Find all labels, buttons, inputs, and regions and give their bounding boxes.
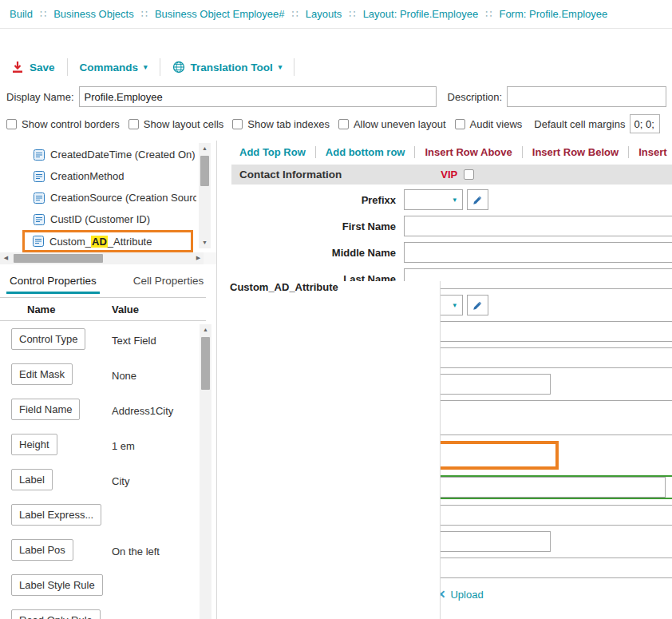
- tab-control-properties[interactable]: Control Properties: [6, 275, 100, 294]
- property-name-box[interactable]: Control Type: [11, 328, 85, 350]
- tree-item[interactable]: CustID (Customer ID): [0, 208, 196, 230]
- property-name: Label: [0, 469, 112, 494]
- form-meta-row: Display Name: Description:: [0, 85, 672, 109]
- tab-cell-properties[interactable]: Cell Properties: [130, 275, 208, 294]
- checkbox[interactable]: [455, 119, 465, 129]
- checkbox[interactable]: [128, 119, 139, 129]
- property-name-box[interactable]: Label Style Rule: [11, 574, 103, 596]
- upload-link[interactable]: Upload: [450, 589, 483, 601]
- chevron-down-icon: ▾: [453, 196, 457, 204]
- field-input[interactable]: [404, 557, 672, 578]
- checkbox[interactable]: [6, 119, 17, 129]
- tree-vertical-scrollbar[interactable]: ▲ ▼: [199, 143, 211, 248]
- canvas-action[interactable]: Insert Row Below: [532, 146, 619, 158]
- field-icon: [34, 192, 45, 204]
- commands-menu-button[interactable]: Commands ▾: [80, 62, 148, 73]
- property-name-box[interactable]: Field Name: [11, 399, 80, 420]
- tree-item[interactable]: CreationSource (Creation Source: [0, 187, 196, 208]
- scroll-down-icon[interactable]: ▼: [199, 237, 211, 248]
- scrollbar-thumb[interactable]: [14, 254, 103, 263]
- tree-horizontal-scrollbar[interactable]: ◀ ▶: [0, 252, 204, 264]
- property-name-box[interactable]: Height: [11, 434, 57, 455]
- scroll-left-icon[interactable]: ◀: [0, 252, 12, 264]
- breadcrumb-item[interactable]: Layouts: [306, 8, 342, 20]
- breadcrumb-separator: ∷: [141, 8, 148, 20]
- checkbox-label: Show tab indexes: [247, 118, 330, 130]
- property-value[interactable]: 1 em: [112, 440, 135, 452]
- save-button[interactable]: Save: [11, 61, 55, 73]
- canvas-action[interactable]: Insert Row Above: [425, 146, 512, 158]
- canvas-action[interactable]: Add bottom row: [326, 146, 405, 158]
- field-input[interactable]: [404, 400, 672, 435]
- scrollbar-thumb[interactable]: [201, 337, 210, 390]
- field-input[interactable]: [404, 505, 672, 526]
- tree-item[interactable]: Custom_AD_Attribute: [22, 230, 193, 252]
- left-panel: CreatedDateTime (Created On)CreationMeth…: [0, 141, 217, 619]
- property-name-box[interactable]: Read Only Rule: [11, 609, 101, 619]
- canvas-action[interactable]: Insert: [638, 146, 666, 158]
- tree-item-label: CreatedDateTime (Created On): [50, 149, 196, 161]
- property-name: Label Style Rule: [0, 574, 112, 599]
- property-value[interactable]: City: [112, 475, 129, 487]
- field-input[interactable]: [404, 242, 672, 263]
- field-input[interactable]: [404, 268, 672, 289]
- checkbox[interactable]: [232, 119, 243, 129]
- cell-margins-input[interactable]: [630, 114, 660, 133]
- field-input[interactable]: [404, 321, 672, 342]
- scroll-up-icon[interactable]: ▲: [200, 324, 211, 335]
- property-value[interactable]: Text Field: [112, 335, 156, 347]
- field-input[interactable]: [404, 216, 672, 236]
- property-row: Label Express...: [0, 498, 201, 534]
- vip-checkbox[interactable]: [464, 169, 474, 180]
- property-value[interactable]: None: [112, 370, 136, 382]
- form-row[interactable]: First Name: [239, 216, 672, 236]
- layout-option: Audit views: [455, 118, 523, 130]
- field-input[interactable]: [404, 347, 672, 368]
- breadcrumb-item[interactable]: Form: Profile.Employee: [499, 8, 607, 20]
- breadcrumb-item[interactable]: Business Object Employee#: [155, 8, 285, 20]
- scrollbar-thumb[interactable]: [200, 156, 209, 186]
- edit-pencil-button[interactable]: [467, 295, 488, 315]
- tree-item[interactable]: CreationMethod: [0, 165, 196, 187]
- translation-tool-button[interactable]: Translation Tool ▾: [172, 61, 283, 73]
- property-name: Edit Mask: [0, 363, 112, 388]
- display-name-label: Display Name:: [6, 91, 74, 103]
- form-row[interactable]: Prefixx▾: [239, 189, 672, 210]
- scroll-right-icon[interactable]: ▶: [192, 252, 204, 264]
- breadcrumb-item[interactable]: Layout: Profile.Employee: [363, 8, 479, 20]
- property-name: Label Pos: [0, 539, 112, 564]
- pencil-icon: [472, 195, 483, 205]
- action-divider: [315, 146, 316, 158]
- cell-margins-label: Default cell margins: [534, 118, 625, 130]
- properties-scrollbar[interactable]: ▲: [200, 324, 211, 619]
- property-name-box[interactable]: Edit Mask: [11, 363, 73, 385]
- display-name-input[interactable]: [79, 86, 437, 107]
- property-value[interactable]: On the left: [112, 546, 160, 557]
- property-row: Height1 em: [0, 428, 201, 463]
- dropdown-select[interactable]: ▾: [404, 189, 463, 210]
- field-control: [404, 242, 672, 263]
- properties-tabs: Control Properties Cell Properties: [0, 267, 216, 294]
- checkbox[interactable]: [338, 119, 349, 129]
- form-row[interactable]: Middle Name: [239, 242, 672, 263]
- action-divider: [522, 146, 523, 158]
- search-highlight: AD: [91, 236, 108, 248]
- property-name-box[interactable]: Label Pos: [11, 539, 73, 561]
- form-canvas: Add Top RowAdd bottom rowInsert Row Abov…: [223, 141, 672, 619]
- form-row-highlighted[interactable]: Custom_AD_Attribute: [239, 441, 559, 470]
- field-icon: [34, 149, 45, 161]
- field-icon: [34, 171, 45, 182]
- scroll-up-icon[interactable]: ▲: [199, 143, 211, 154]
- field-tree: CreatedDateTime (Created On)CreationMeth…: [0, 144, 200, 252]
- canvas-action[interactable]: Add Top Row: [239, 146, 306, 158]
- breadcrumb-item[interactable]: Build: [10, 8, 33, 20]
- tree-item-label: CreationMethod: [50, 170, 125, 182]
- breadcrumb-item[interactable]: Business Objects: [53, 8, 133, 20]
- property-name-box[interactable]: Label Express...: [11, 504, 101, 526]
- tree-item[interactable]: CreatedDateTime (Created On): [0, 144, 196, 165]
- property-name: Field Name: [0, 399, 112, 423]
- edit-pencil-button[interactable]: [467, 189, 488, 210]
- property-value[interactable]: Address1City: [112, 405, 173, 417]
- description-input[interactable]: [507, 86, 666, 107]
- property-name-box[interactable]: Label: [11, 469, 53, 490]
